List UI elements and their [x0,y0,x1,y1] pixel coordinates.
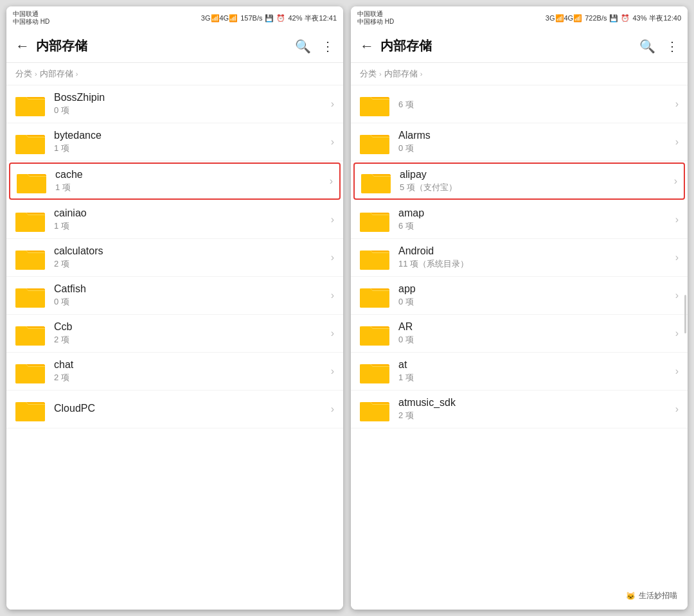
file-info: app 0 项 [398,283,675,308]
list-item[interactable]: bytedance 1 项 › [6,123,343,161]
folder-icon [15,92,45,116]
speed-right: 722B/s [585,14,607,22]
file-meta: 5 项（支付宝） [400,182,674,193]
chevron-right-icon: › [331,403,334,415]
list-item[interactable]: atmusic_sdk 2 项 › [351,391,688,428]
list-item[interactable]: AR 0 项 › [351,315,688,353]
file-meta: 0 项 [398,143,675,154]
file-name: alipay [400,169,674,180]
list-item[interactable]: alipay 5 项（支付宝） › [353,163,685,200]
status-right-right: 3G📶4G📶 722B/s 💾 ⏰ 43% 半夜12:40 [546,13,681,23]
folder-icon [15,359,45,383]
file-meta: 6 项 [398,99,675,110]
watermark-icon: 🐱 [626,592,636,601]
nav-icons-left: 🔍 ⋮ [295,39,334,54]
breadcrumb-sep2-left: › [76,70,78,78]
chevron-right-icon: › [675,98,679,110]
watermark-text: 生活妙招喵 [639,590,677,601]
folder-icon [360,283,389,308]
file-name: CloudPC [54,403,331,414]
list-item[interactable]: Ccb 2 项 › [6,315,343,353]
file-info: bytedance 1 项 [54,130,331,154]
list-item[interactable]: Android 11 项（系统目录） › [351,239,688,277]
list-item[interactable]: calculators 2 项 › [6,239,343,277]
file-meta: 1 项 [55,182,330,193]
carrier2-left: 中国移动 HD [13,18,49,26]
breadcrumb-part2-right[interactable]: 内部存储 [384,68,418,80]
list-item[interactable]: Catfish 0 项 › [6,277,343,315]
file-meta: 2 项 [398,410,675,421]
breadcrumb-part1-left[interactable]: 分类 [15,68,32,80]
phones-container: 中国联通 中国移动 HD 3G📶4G📶 157B/s 💾 ⏰ 42% 半夜12:… [0,0,694,616]
chevron-right-icon: › [675,290,679,301]
search-icon-left[interactable]: 🔍 [295,39,311,54]
breadcrumb-left: 分类 › 内部存储 › [6,63,343,85]
file-info: CloudPC [54,403,331,416]
chevron-right-icon: › [331,136,334,148]
back-button-left[interactable]: ← [15,38,30,55]
list-item[interactable]: BossZhipin 0 项 › [6,85,343,123]
folder-icon [361,169,391,193]
list-item[interactable]: chat 2 项 › [6,353,343,391]
list-item[interactable]: CloudPC › [6,391,343,428]
folder-icon [17,169,46,193]
folder-icon [15,321,45,346]
signal-right: 3G📶4G📶 [546,14,582,22]
watermark: 🐱 生活妙招喵 [622,588,681,603]
chevron-right-icon: › [675,214,679,225]
folder-icon [360,245,389,270]
file-meta: 1 项 [398,372,675,383]
signal-left: 3G📶4G📶 [201,14,238,22]
list-item[interactable]: Alarms 0 项 › [351,123,688,161]
file-info: Catfish 0 项 [54,283,331,308]
list-item[interactable]: at 1 项 › [351,353,688,391]
folder-icon [15,207,45,232]
more-icon-left[interactable]: ⋮ [321,39,334,54]
file-list-right: 6 项 › Alarms 0 项 › alipay 5 项（支付宝） › [351,85,688,610]
folder-icon [15,130,45,154]
breadcrumb-right: 分类 › 内部存储 › [351,63,688,85]
file-name: at [398,359,675,371]
file-info: Ccb 2 项 [54,321,331,346]
folder-icon [360,207,389,232]
list-item[interactable]: amap 6 项 › [351,201,688,239]
status-right-left: 3G📶4G📶 157B/s 💾 ⏰ 42% 半夜12:41 [201,13,337,23]
list-item[interactable]: cainiao 1 项 › [6,201,343,239]
breadcrumb-part2-left[interactable]: 内部存储 [40,68,73,80]
file-info: at 1 项 [398,359,675,383]
file-info: calculators 2 项 [54,245,331,270]
file-info: chat 2 项 [54,359,331,383]
file-name: app [398,283,675,295]
time-right: 半夜12:40 [649,13,681,23]
file-name: calculators [54,245,331,257]
chevron-right-icon: › [674,175,677,187]
folder-icon [360,359,389,383]
file-info: atmusic_sdk 2 项 [398,397,675,421]
battery-right: 43% [632,14,646,22]
file-info: alipay 5 项（支付宝） [400,169,674,193]
breadcrumb-sep1-right: › [379,70,382,78]
back-button-right[interactable]: ← [360,38,374,55]
nav-title-right: 内部存储 [380,37,639,55]
file-list-left: BossZhipin 0 项 › bytedance 1 项 › cache 1… [6,85,343,610]
carrier1-left: 中国联通 [13,10,49,18]
nav-title-left: 内部存储 [36,37,295,55]
nav-icons-right: 🔍 ⋮ [639,39,679,54]
folder-icon [15,283,45,308]
file-meta: 2 项 [54,372,331,383]
time-left: 半夜12:41 [305,13,337,23]
list-item[interactable]: app 0 项 › [351,277,688,315]
breadcrumb-part1-right[interactable]: 分类 [360,68,377,80]
phone-right: 中国联通 中国移动 HD 3G📶4G📶 722B/s 💾 ⏰ 43% 半夜12:… [351,6,688,610]
more-icon-right[interactable]: ⋮ [666,39,679,54]
folder-icon [360,321,389,346]
list-item[interactable]: 6 项 › [351,85,688,123]
nav-bar-left: ← 内部存储 🔍 ⋮ [6,30,343,63]
file-info: Alarms 0 项 [398,130,675,154]
search-icon-right[interactable]: 🔍 [639,39,655,54]
breadcrumb-sep1-left: › [35,70,37,78]
list-item[interactable]: cache 1 项 › [9,163,341,200]
chevron-right-icon: › [331,290,334,301]
file-name: bytedance [54,130,331,141]
speed-left: 157B/s [240,14,262,22]
